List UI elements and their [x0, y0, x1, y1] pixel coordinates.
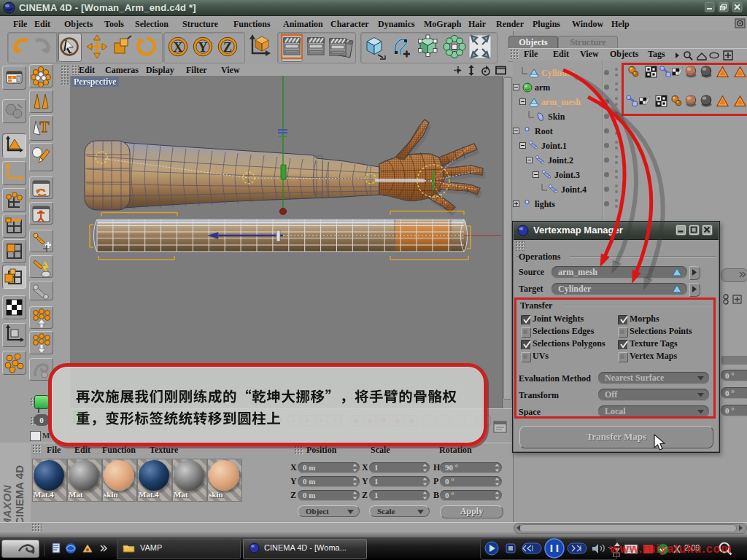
svg-text:T: T — [39, 119, 50, 135]
svg-text:Y: Y — [198, 40, 208, 55]
svg-text:X: X — [174, 40, 183, 55]
svg-text:Z: Z — [223, 40, 232, 55]
